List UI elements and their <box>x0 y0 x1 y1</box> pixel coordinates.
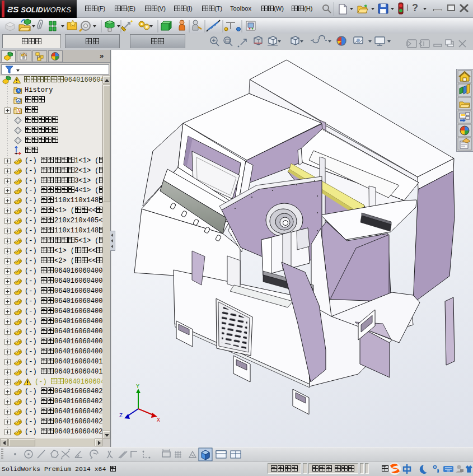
svg-text:Y: Y <box>136 384 139 390</box>
svg-text:Z: Z <box>119 413 123 419</box>
svg-text:X: X <box>157 417 160 423</box>
